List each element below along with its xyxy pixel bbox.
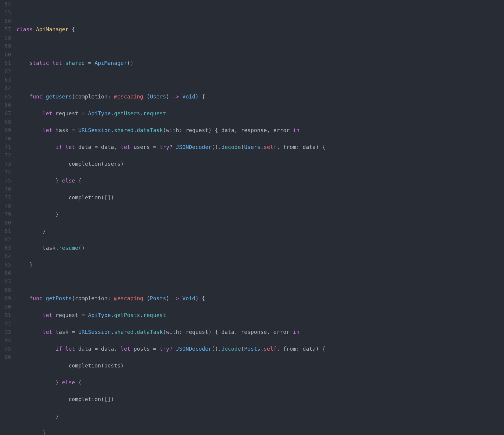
code-line: } xyxy=(16,412,504,420)
code-line: completion([]) xyxy=(16,395,504,403)
line-number: 55 xyxy=(0,8,11,17)
line-number: 73 xyxy=(0,160,11,168)
line-number: 54 xyxy=(0,0,11,8)
line-number: 62 xyxy=(0,67,11,76)
line-number: 60 xyxy=(0,50,11,59)
code-line: let task = URLSession.shared.dataTask(wi… xyxy=(16,328,504,336)
line-number: 80 xyxy=(0,219,11,227)
line-number: 78 xyxy=(0,202,11,210)
code-line xyxy=(16,8,504,17)
line-number: 95 xyxy=(0,345,11,353)
code-line: let request = ApiType.getPosts.request xyxy=(16,311,504,319)
code-line: class ApiManager { xyxy=(16,25,504,34)
code-line: func getUsers(completion: @escaping (Use… xyxy=(16,92,504,101)
line-number: 84 xyxy=(0,252,11,261)
line-number: 61 xyxy=(0,59,11,67)
line-number: 63 xyxy=(0,76,11,84)
code-line: } xyxy=(16,261,504,269)
line-number: 69 xyxy=(0,126,11,134)
line-number: 74 xyxy=(0,168,11,177)
code-line: completion([]) xyxy=(16,193,504,202)
code-line: completion(users) xyxy=(16,160,504,168)
line-number: 67 xyxy=(0,109,11,118)
line-number: 68 xyxy=(0,118,11,126)
code-line: let request = ApiType.getUsers.request xyxy=(16,109,504,118)
line-number: 96 xyxy=(0,353,11,361)
line-number: 87 xyxy=(0,277,11,286)
line-number: 88 xyxy=(0,286,11,294)
code-line xyxy=(16,76,504,84)
code-line: } xyxy=(16,429,504,435)
line-number: 71 xyxy=(0,143,11,151)
line-number: 70 xyxy=(0,134,11,143)
line-number: 86 xyxy=(0,269,11,277)
line-number: 64 xyxy=(0,84,11,92)
line-number: 59 xyxy=(0,42,11,50)
code-line: func getPosts(completion: @escaping (Pos… xyxy=(16,294,504,303)
line-number: 76 xyxy=(0,185,11,193)
code-line: completion(posts) xyxy=(16,361,504,370)
code-line xyxy=(16,42,504,50)
code-line: } else { xyxy=(16,378,504,387)
line-number: 81 xyxy=(0,227,11,235)
line-number: 77 xyxy=(0,193,11,202)
line-number: 91 xyxy=(0,311,11,319)
line-number: 72 xyxy=(0,151,11,160)
line-number: 83 xyxy=(0,244,11,252)
line-number: 65 xyxy=(0,92,11,101)
line-number: 79 xyxy=(0,210,11,219)
line-number: 66 xyxy=(0,101,11,109)
code-line: task.resume() xyxy=(16,244,504,252)
line-number: 85 xyxy=(0,261,11,269)
line-number: 90 xyxy=(0,303,11,311)
line-number: 92 xyxy=(0,319,11,328)
line-number-gutter: 54 55 56 57 58 59 60 61 62 63 64 65 66 6… xyxy=(0,0,16,435)
line-number: 75 xyxy=(0,177,11,185)
code-line: if let data = data, let posts = try? JSO… xyxy=(16,345,504,353)
line-number: 89 xyxy=(0,294,11,303)
line-number: 58 xyxy=(0,34,11,42)
line-number: 93 xyxy=(0,328,11,336)
code-line: } xyxy=(16,210,504,219)
line-number: 56 xyxy=(0,17,11,25)
line-number: 57 xyxy=(0,25,11,34)
code-editor[interactable]: class ApiManager { static let shared = A… xyxy=(16,0,504,435)
code-line: static let shared = ApiManager() xyxy=(16,59,504,67)
code-line: } xyxy=(16,227,504,235)
code-line: let task = URLSession.shared.dataTask(wi… xyxy=(16,126,504,134)
code-line xyxy=(16,277,504,286)
code-line: } else { xyxy=(16,177,504,185)
line-number: 94 xyxy=(0,336,11,345)
line-number: 82 xyxy=(0,235,11,244)
code-line: if let data = data, let users = try? JSO… xyxy=(16,143,504,151)
